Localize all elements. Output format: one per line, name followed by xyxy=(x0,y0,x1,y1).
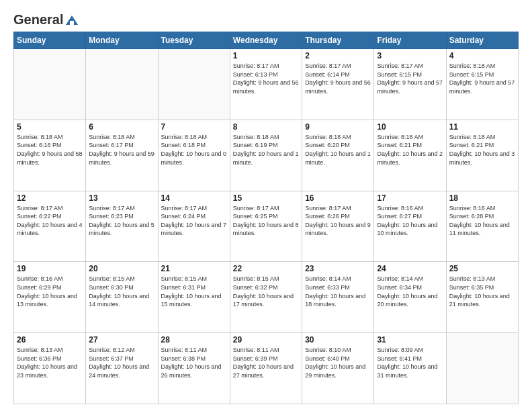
calendar-cell: 17Sunrise: 8:16 AM Sunset: 6:27 PM Dayli… xyxy=(374,191,446,262)
calendar-cell: 2Sunrise: 8:17 AM Sunset: 6:14 PM Daylig… xyxy=(302,49,374,120)
calendar-cell xyxy=(86,49,158,120)
day-number: 10 xyxy=(377,122,443,132)
calendar-cell: 11Sunrise: 8:18 AM Sunset: 6:21 PM Dayli… xyxy=(446,120,518,191)
day-info: Sunrise: 8:09 AM Sunset: 6:41 PM Dayligh… xyxy=(377,346,443,379)
day-info: Sunrise: 8:17 AM Sunset: 6:26 PM Dayligh… xyxy=(305,204,371,238)
day-number: 15 xyxy=(233,193,299,203)
day-info: Sunrise: 8:17 AM Sunset: 6:13 PM Dayligh… xyxy=(233,62,299,95)
day-number: 20 xyxy=(89,264,154,273)
calendar-cell: 20Sunrise: 8:15 AM Sunset: 6:30 PM Dayli… xyxy=(86,262,158,333)
calendar-cell: 19Sunrise: 8:16 AM Sunset: 6:29 PM Dayli… xyxy=(14,262,86,333)
logo-icon xyxy=(64,13,79,28)
calendar-cell: 26Sunrise: 8:13 AM Sunset: 6:36 PM Dayli… xyxy=(14,333,86,404)
calendar-cell: 3Sunrise: 8:17 AM Sunset: 6:15 PM Daylig… xyxy=(374,49,446,120)
day-info: Sunrise: 8:18 AM Sunset: 6:17 PM Dayligh… xyxy=(89,133,154,167)
calendar-cell xyxy=(158,49,230,120)
day-number: 26 xyxy=(17,335,83,345)
day-number: 23 xyxy=(305,264,371,273)
day-number: 25 xyxy=(449,264,515,273)
logo: General xyxy=(13,12,79,25)
day-header-monday: Monday xyxy=(86,32,158,49)
svg-marker-1 xyxy=(70,21,74,25)
calendar-cell: 30Sunrise: 8:10 AM Sunset: 6:40 PM Dayli… xyxy=(302,333,374,404)
day-number: 13 xyxy=(89,193,154,203)
calendar-cell: 21Sunrise: 8:15 AM Sunset: 6:31 PM Dayli… xyxy=(158,262,230,333)
day-number: 21 xyxy=(161,264,227,273)
calendar-cell: 12Sunrise: 8:17 AM Sunset: 6:22 PM Dayli… xyxy=(14,191,86,262)
day-info: Sunrise: 8:18 AM Sunset: 6:21 PM Dayligh… xyxy=(449,133,515,167)
day-info: Sunrise: 8:14 AM Sunset: 6:34 PM Dayligh… xyxy=(377,275,443,308)
day-info: Sunrise: 8:17 AM Sunset: 6:24 PM Dayligh… xyxy=(161,204,227,238)
calendar-cell: 23Sunrise: 8:14 AM Sunset: 6:33 PM Dayli… xyxy=(302,262,374,333)
calendar-cell xyxy=(446,333,518,404)
calendar-cell: 8Sunrise: 8:18 AM Sunset: 6:19 PM Daylig… xyxy=(230,120,302,191)
day-info: Sunrise: 8:15 AM Sunset: 6:30 PM Dayligh… xyxy=(89,275,154,308)
day-info: Sunrise: 8:17 AM Sunset: 6:22 PM Dayligh… xyxy=(17,204,83,238)
calendar-cell: 13Sunrise: 8:17 AM Sunset: 6:23 PM Dayli… xyxy=(86,191,158,262)
calendar-cell: 29Sunrise: 8:11 AM Sunset: 6:39 PM Dayli… xyxy=(230,333,302,404)
day-header-tuesday: Tuesday xyxy=(158,32,230,49)
calendar-cell: 1Sunrise: 8:17 AM Sunset: 6:13 PM Daylig… xyxy=(230,49,302,120)
day-number: 28 xyxy=(161,335,227,345)
day-number: 7 xyxy=(161,122,227,132)
day-number: 2 xyxy=(305,51,371,60)
calendar-cell: 28Sunrise: 8:11 AM Sunset: 6:38 PM Dayli… xyxy=(158,333,230,404)
day-info: Sunrise: 8:11 AM Sunset: 6:38 PM Dayligh… xyxy=(161,346,227,379)
day-number: 11 xyxy=(449,122,515,132)
calendar-cell: 6Sunrise: 8:18 AM Sunset: 6:17 PM Daylig… xyxy=(86,120,158,191)
day-number: 31 xyxy=(377,335,443,345)
day-info: Sunrise: 8:16 AM Sunset: 6:28 PM Dayligh… xyxy=(449,204,515,238)
day-info: Sunrise: 8:18 AM Sunset: 6:21 PM Dayligh… xyxy=(377,133,443,167)
day-info: Sunrise: 8:17 AM Sunset: 6:15 PM Dayligh… xyxy=(377,62,443,95)
day-info: Sunrise: 8:15 AM Sunset: 6:32 PM Dayligh… xyxy=(233,275,299,308)
day-header-friday: Friday xyxy=(374,32,446,49)
day-number: 14 xyxy=(161,193,227,203)
day-info: Sunrise: 8:17 AM Sunset: 6:14 PM Dayligh… xyxy=(305,62,371,95)
calendar-cell: 31Sunrise: 8:09 AM Sunset: 6:41 PM Dayli… xyxy=(374,333,446,404)
day-info: Sunrise: 8:17 AM Sunset: 6:23 PM Dayligh… xyxy=(89,204,154,238)
day-number: 9 xyxy=(305,122,371,132)
day-number: 8 xyxy=(233,122,299,132)
page-header: General xyxy=(13,12,519,25)
day-number: 30 xyxy=(305,335,371,345)
day-info: Sunrise: 8:18 AM Sunset: 6:20 PM Dayligh… xyxy=(305,133,371,167)
calendar-cell: 16Sunrise: 8:17 AM Sunset: 6:26 PM Dayli… xyxy=(302,191,374,262)
day-number: 16 xyxy=(305,193,371,203)
day-header-thursday: Thursday xyxy=(302,32,374,49)
day-number: 3 xyxy=(377,51,443,60)
day-info: Sunrise: 8:11 AM Sunset: 6:39 PM Dayligh… xyxy=(233,346,299,379)
calendar-cell: 24Sunrise: 8:14 AM Sunset: 6:34 PM Dayli… xyxy=(374,262,446,333)
day-number: 4 xyxy=(449,51,515,60)
calendar-cell: 14Sunrise: 8:17 AM Sunset: 6:24 PM Dayli… xyxy=(158,191,230,262)
day-info: Sunrise: 8:12 AM Sunset: 6:37 PM Dayligh… xyxy=(89,346,154,379)
day-number: 5 xyxy=(17,122,83,132)
day-info: Sunrise: 8:13 AM Sunset: 6:36 PM Dayligh… xyxy=(17,346,83,379)
day-info: Sunrise: 8:18 AM Sunset: 6:19 PM Dayligh… xyxy=(233,133,299,167)
day-info: Sunrise: 8:14 AM Sunset: 6:33 PM Dayligh… xyxy=(305,275,371,308)
day-info: Sunrise: 8:13 AM Sunset: 6:35 PM Dayligh… xyxy=(449,275,515,308)
day-number: 22 xyxy=(233,264,299,273)
day-info: Sunrise: 8:18 AM Sunset: 6:18 PM Dayligh… xyxy=(161,133,227,167)
day-info: Sunrise: 8:18 AM Sunset: 6:15 PM Dayligh… xyxy=(449,62,515,95)
day-number: 6 xyxy=(89,122,154,132)
day-info: Sunrise: 8:15 AM Sunset: 6:31 PM Dayligh… xyxy=(161,275,227,308)
day-info: Sunrise: 8:17 AM Sunset: 6:25 PM Dayligh… xyxy=(233,204,299,238)
day-header-sunday: Sunday xyxy=(14,32,86,49)
calendar-cell: 27Sunrise: 8:12 AM Sunset: 6:37 PM Dayli… xyxy=(86,333,158,404)
day-info: Sunrise: 8:18 AM Sunset: 6:16 PM Dayligh… xyxy=(17,133,83,167)
day-info: Sunrise: 8:10 AM Sunset: 6:40 PM Dayligh… xyxy=(305,346,371,379)
day-header-saturday: Saturday xyxy=(446,32,518,49)
calendar-cell: 18Sunrise: 8:16 AM Sunset: 6:28 PM Dayli… xyxy=(446,191,518,262)
calendar-cell: 15Sunrise: 8:17 AM Sunset: 6:25 PM Dayli… xyxy=(230,191,302,262)
day-number: 27 xyxy=(89,335,154,345)
calendar-cell: 7Sunrise: 8:18 AM Sunset: 6:18 PM Daylig… xyxy=(158,120,230,191)
day-number: 29 xyxy=(233,335,299,345)
calendar-cell: 25Sunrise: 8:13 AM Sunset: 6:35 PM Dayli… xyxy=(446,262,518,333)
day-number: 17 xyxy=(377,193,443,203)
day-number: 24 xyxy=(377,264,443,273)
day-info: Sunrise: 8:16 AM Sunset: 6:29 PM Dayligh… xyxy=(17,275,83,308)
day-number: 19 xyxy=(17,264,83,273)
day-header-wednesday: Wednesday xyxy=(230,32,302,49)
calendar-cell: 10Sunrise: 8:18 AM Sunset: 6:21 PM Dayli… xyxy=(374,120,446,191)
day-number: 18 xyxy=(449,193,515,203)
